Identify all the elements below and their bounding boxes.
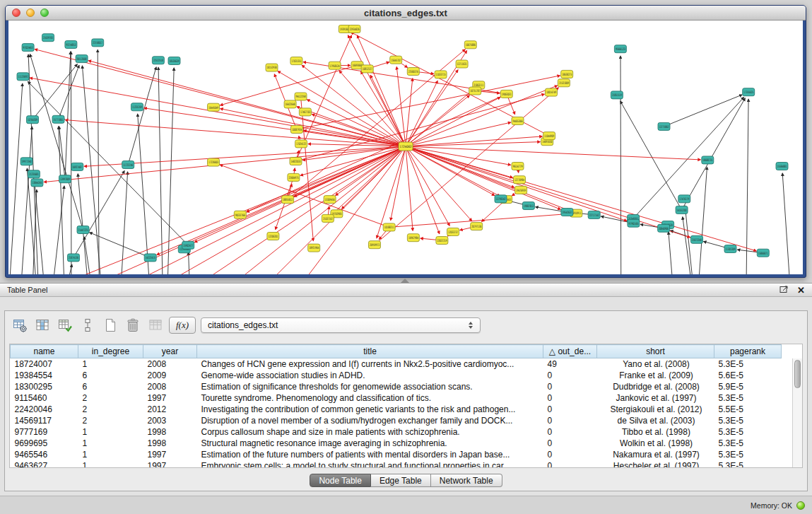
network-node[interactable]: 17958524 [329,62,341,69]
table-row[interactable]: 2242004622012Investigating the contribut… [11,404,782,415]
network-node[interactable]: 18688735 [702,156,714,164]
network-node[interactable]: 11033715 [435,71,447,78]
network-node[interactable]: 10075886 [464,41,476,49]
network-node[interactable]: 21037167 [322,214,334,222]
network-node[interactable]: 16422648 [284,100,296,108]
network-node[interactable]: 21872248 [691,235,703,243]
column-header-title[interactable]: title [197,345,543,358]
table-row[interactable]: 911546021997Tourette syndrome. Phenomeno… [11,392,782,404]
network-node[interactable]: 22934826 [348,25,360,33]
network-node[interactable]: 20112608 [76,55,88,63]
tab-node-table[interactable]: Node Table [310,474,371,487]
column-header-short[interactable]: short [597,345,714,358]
table-scrollbar[interactable] [792,358,802,467]
network-node[interactable]: 13309456 [324,196,336,204]
table-row[interactable]: 946554611997Estimation of the future num… [11,449,782,460]
row-merge-icon[interactable] [78,317,96,334]
network-node[interactable]: 10087924 [290,126,302,134]
network-node[interactable]: 22717142 [588,211,600,218]
network-node[interactable]: 13775862 [658,122,670,130]
column-header-out_degree[interactable]: △ out_de... [543,345,597,358]
delete-columns-icon[interactable] [124,317,141,334]
network-graph[interactable]: 1469163096147791277098419476939135124632… [8,21,803,274]
network-node[interactable]: 9702463 [22,44,34,52]
network-node[interactable]: 17467703 [299,108,311,116]
network-node[interactable]: 18855812 [282,196,294,204]
network-node[interactable]: 10751787 [469,87,481,95]
table-row[interactable]: 1456911722003Disruption of a novel membe… [11,415,782,426]
column-header-in_degree[interactable]: in_degree [78,345,143,358]
network-node[interactable]: 15866871 [757,249,769,257]
network-node[interactable]: 22580376 [407,68,419,76]
network-node[interactable]: 19542637 [561,209,573,216]
network-node[interactable]: 19476939 [515,186,527,194]
column-header-name[interactable]: name [11,345,78,358]
network-node[interactable]: 13798342 [495,195,507,203]
network-node[interactable]: 22684975 [288,173,300,181]
network-node[interactable]: 14161200 [676,206,688,214]
column-header-year[interactable]: year [143,345,197,358]
table-row[interactable]: 1830029562008Estimation of significance … [11,381,782,392]
tab-edge-table[interactable]: Edge Table [371,474,431,487]
network-node[interactable]: 17024122 [295,140,307,148]
network-node[interactable]: 15645707 [390,56,402,64]
table-row[interactable]: 1872400712008Changes of HCN gene express… [11,358,782,370]
network-node[interactable]: 9033766 [234,211,246,218]
network-node[interactable]: 19977240 [20,158,33,165]
table-row[interactable]: 969969511998Structural magnetic resonanc… [11,438,782,449]
tab-network-table[interactable]: Network Table [431,474,502,487]
network-node[interactable]: 21639783 [42,34,54,42]
network-node[interactable]: 22158017 [92,39,104,47]
network-node[interactable]: 13997809 [59,175,71,183]
network-node[interactable]: 20959973 [369,241,381,249]
network-node[interactable]: 14222415 [144,254,156,262]
network-node[interactable]: 18921964 [308,244,320,252]
table-row[interactable]: 1938455462009Genome-wide association stu… [11,370,782,381]
network-node[interactable]: 16967984 [407,234,419,242]
memory-status-indicator[interactable] [796,501,805,510]
minimize-window-button[interactable] [26,8,35,17]
network-node[interactable]: 13844245 [31,179,43,187]
network-node[interactable]: 21447225 [77,226,89,234]
network-node[interactable]: 9374853 [65,41,77,49]
network-node[interactable]: 18152938 [266,64,278,71]
table-source-select[interactable]: citations_edges.txt [201,317,481,333]
float-panel-icon[interactable] [779,284,789,296]
table-settings-icon[interactable] [11,317,28,334]
network-node[interactable]: 11044909 [543,132,555,140]
network-node[interactable]: 9790165 [628,219,640,227]
network-window-titlebar[interactable]: citations_edges.txt [6,6,806,21]
network-node[interactable]: 10764209 [27,116,39,124]
network-node[interactable]: 19063031 [500,90,512,98]
network-node[interactable]: 14822033 [290,158,302,165]
network-node[interactable]: 17031351 [290,57,302,65]
function-builder-button[interactable]: f(x) [169,317,196,334]
network-node[interactable]: 10188211 [383,223,395,231]
table-row[interactable]: 946362711997Embryonic stem cells: a mode… [11,460,782,469]
network-node[interactable]: 18526639 [168,57,180,65]
network-node[interactable]: 21874136 [68,254,80,262]
network-node[interactable]: 11123692 [17,73,29,81]
network-node[interactable]: 21851519 [611,91,623,99]
network-node[interactable]: 9465366 [512,117,524,124]
network-node[interactable]: 9614779 [512,163,524,170]
network-canvas[interactable]: 1469163096147791277098419476939135124632… [8,21,803,274]
network-node[interactable]: 21235681 [28,170,40,178]
network-node[interactable]: 20797136 [471,223,483,230]
network-node[interactable]: 10014749 [546,88,558,96]
network-node[interactable]: 15584881 [776,163,788,170]
network-node[interactable]: 10812127 [361,65,373,73]
network-node[interactable]: 12033737 [447,228,459,235]
network-node[interactable]: 15771861 [52,115,64,123]
close-window-button[interactable] [12,8,20,17]
network-node[interactable]: 11301309 [724,245,736,253]
network-hub-node[interactable]: 1724062 [399,142,413,151]
network-node[interactable]: 9412258 [295,93,307,100]
network-node[interactable]: 20840906 [658,224,670,232]
network-node[interactable]: 11235769 [131,103,143,111]
network-node[interactable]: 12770984 [514,176,526,184]
network-node[interactable]: 17226603 [208,158,220,166]
network-node[interactable]: 22522518 [152,57,164,64]
network-node[interactable]: 17476179 [678,195,690,203]
network-node[interactable]: 15902477 [182,241,194,249]
